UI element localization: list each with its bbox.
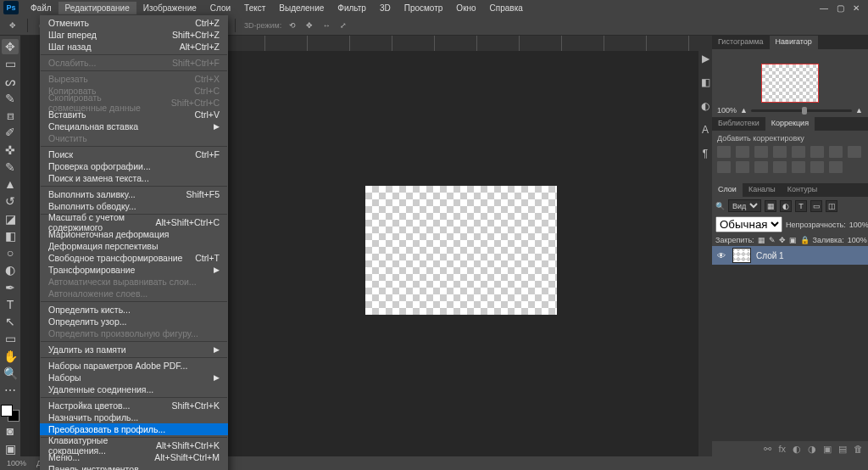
blur-tool[interactable]: ○ bbox=[2, 245, 19, 260]
fill-value[interactable]: 100% bbox=[848, 236, 867, 244]
lock-pixel-icon[interactable]: ✎ bbox=[769, 236, 776, 244]
character-icon[interactable]: A bbox=[702, 124, 709, 136]
brightness-icon[interactable] bbox=[717, 146, 731, 158]
tab-channels[interactable]: Каналы bbox=[743, 183, 782, 197]
type-tool[interactable]: T bbox=[2, 297, 19, 312]
zoom-out-icon[interactable]: ▲ bbox=[740, 106, 748, 115]
link-layers-icon[interactable]: ⚯ bbox=[764, 444, 771, 455]
tab-adjustments[interactable]: Коррекция bbox=[765, 117, 815, 131]
opacity-value[interactable]: 100% bbox=[849, 221, 868, 229]
zoom-in-icon[interactable]: ▲ bbox=[855, 106, 863, 115]
brush-tool[interactable]: ✎ bbox=[2, 159, 19, 175]
filter-smart-icon[interactable]: ◫ bbox=[826, 200, 837, 212]
shape-tool[interactable]: ▭ bbox=[2, 331, 19, 346]
navigator-thumbnail[interactable] bbox=[761, 64, 819, 103]
new-adjustment-icon[interactable]: ◑ bbox=[808, 444, 816, 455]
menu-просмотр[interactable]: Просмотр bbox=[398, 2, 450, 14]
zoom-tool[interactable]: 🔍 bbox=[2, 366, 19, 381]
layer-row[interactable]: 👁 Слой 1 bbox=[712, 246, 868, 265]
lock-all-icon[interactable]: 🔒 bbox=[800, 236, 810, 244]
filter-adjust-icon[interactable]: ◐ bbox=[780, 200, 792, 212]
history-icon[interactable]: ▶ bbox=[702, 53, 709, 64]
visibility-icon[interactable]: 👁 bbox=[715, 251, 727, 260]
eraser-tool[interactable]: ◪ bbox=[2, 211, 19, 227]
color-lookup-icon[interactable] bbox=[736, 161, 749, 173]
menu-3d[interactable]: 3D bbox=[373, 2, 398, 14]
gradient-tool[interactable]: ◧ bbox=[2, 228, 19, 243]
menu-изображение[interactable]: Изображение bbox=[136, 2, 203, 14]
lasso-tool[interactable]: ᔕ bbox=[2, 74, 19, 89]
menu-item[interactable]: Свободное трансформированиеCtrl+T bbox=[40, 252, 228, 264]
menu-фильтр[interactable]: Фильтр bbox=[331, 2, 373, 14]
invert-icon[interactable] bbox=[754, 161, 768, 173]
menu-item[interactable]: Наборы▶ bbox=[40, 372, 228, 383]
adjustments-icon[interactable]: ◐ bbox=[701, 100, 709, 112]
mask-icon[interactable]: ◐ bbox=[793, 444, 801, 455]
menu-item[interactable]: Масштаб с учетом содержимогоAlt+Shift+Ct… bbox=[40, 216, 228, 228]
dodge-tool[interactable]: ◐ bbox=[2, 262, 19, 277]
menu-item[interactable]: Панель инструментов... bbox=[40, 463, 228, 470]
quick-mask[interactable]: ◙ bbox=[2, 423, 19, 439]
channel-mixer-icon[interactable] bbox=[717, 161, 731, 173]
menu-item[interactable]: Определить кисть... bbox=[40, 304, 228, 316]
crop-tool[interactable]: ⧈ bbox=[2, 108, 19, 123]
3d-scale-icon[interactable]: ⤢ bbox=[337, 20, 349, 31]
menu-item[interactable]: Назначить профиль... bbox=[40, 411, 228, 423]
3d-orbit-icon[interactable]: ⟲ bbox=[287, 20, 298, 31]
move-tool[interactable]: ✥ bbox=[2, 39, 19, 54]
menu-item[interactable]: Удаленные соединения... bbox=[40, 383, 228, 395]
status-zoom[interactable]: 100% bbox=[7, 459, 26, 467]
foreground-background-swatch[interactable] bbox=[1, 405, 19, 422]
menu-item[interactable]: Преобразовать в профиль... bbox=[40, 423, 228, 435]
gradient-map-icon[interactable] bbox=[810, 161, 824, 173]
menu-item[interactable]: Удалить из памяти▶ bbox=[40, 344, 228, 355]
menu-файл[interactable]: Файл bbox=[24, 2, 58, 14]
properties-icon[interactable]: ◧ bbox=[701, 76, 710, 88]
fx-icon[interactable]: fx bbox=[778, 444, 786, 454]
levels-icon[interactable] bbox=[736, 146, 749, 158]
search-icon[interactable]: 🔍 bbox=[715, 202, 725, 210]
path-select-tool[interactable]: ↖ bbox=[2, 314, 19, 329]
filter-type-icon[interactable]: T bbox=[795, 200, 807, 212]
tab-histogram[interactable]: Гистограмма bbox=[712, 36, 770, 49]
layer-name[interactable]: Слой 1 bbox=[756, 251, 784, 260]
menu-справка[interactable]: Справка bbox=[483, 2, 530, 14]
menu-слои[interactable]: Слои bbox=[203, 2, 237, 14]
menu-item[interactable]: Выполнить обводку... bbox=[40, 200, 228, 212]
3d-pan-icon[interactable]: ✥ bbox=[303, 20, 315, 31]
new-group-icon[interactable]: ▣ bbox=[823, 444, 832, 455]
eyedropper-tool[interactable]: ✐ bbox=[2, 125, 19, 140]
photo-filter-icon[interactable] bbox=[848, 146, 861, 158]
menu-item[interactable]: Выполнить заливку...Shift+F5 bbox=[40, 188, 228, 200]
delete-layer-icon[interactable]: 🗑 bbox=[854, 444, 863, 454]
menu-item[interactable]: Деформация перспективы bbox=[40, 240, 228, 252]
tab-navigator[interactable]: Навигатор bbox=[770, 36, 818, 49]
layer-thumbnail[interactable] bbox=[732, 248, 751, 263]
tab-paths[interactable]: Контуры bbox=[782, 183, 823, 197]
lock-pos-icon[interactable]: ✥ bbox=[779, 236, 786, 244]
hand-tool[interactable]: ✋ bbox=[2, 349, 19, 364]
stamp-tool[interactable]: ▲ bbox=[2, 176, 19, 192]
menu-item[interactable]: Специальная вставка▶ bbox=[40, 120, 228, 132]
tab-layers[interactable]: Слои bbox=[712, 183, 743, 197]
pen-tool[interactable]: ✒ bbox=[2, 280, 19, 295]
filter-pixel-icon[interactable]: ▦ bbox=[765, 200, 776, 212]
menu-окно[interactable]: Окно bbox=[449, 2, 482, 14]
marquee-tool[interactable]: ▭ bbox=[2, 56, 19, 71]
heal-tool[interactable]: ✜ bbox=[2, 143, 19, 158]
new-layer-icon[interactable]: ▤ bbox=[838, 444, 847, 455]
history-brush-tool[interactable]: ↺ bbox=[2, 193, 19, 209]
edit-toolbar[interactable]: ⋯ bbox=[2, 383, 19, 398]
menu-item[interactable]: Определить узор... bbox=[40, 316, 228, 327]
minimize-icon[interactable]: — bbox=[820, 3, 828, 13]
filter-shape-icon[interactable]: ▭ bbox=[810, 200, 822, 212]
menu-item[interactable]: Шаг назадAlt+Ctrl+Z bbox=[40, 41, 228, 53]
posterize-icon[interactable] bbox=[773, 161, 787, 173]
exposure-icon[interactable] bbox=[773, 146, 787, 158]
menu-item[interactable]: ПоискCtrl+F bbox=[40, 148, 228, 160]
close-icon[interactable]: ✕ bbox=[853, 3, 860, 13]
layer-filter-select[interactable]: Вид bbox=[728, 199, 761, 212]
menu-item[interactable]: Проверка орфографии... bbox=[40, 160, 228, 172]
menu-редактирование[interactable]: Редактирование bbox=[58, 2, 136, 14]
tab-libraries[interactable]: Библиотеки bbox=[712, 117, 765, 131]
